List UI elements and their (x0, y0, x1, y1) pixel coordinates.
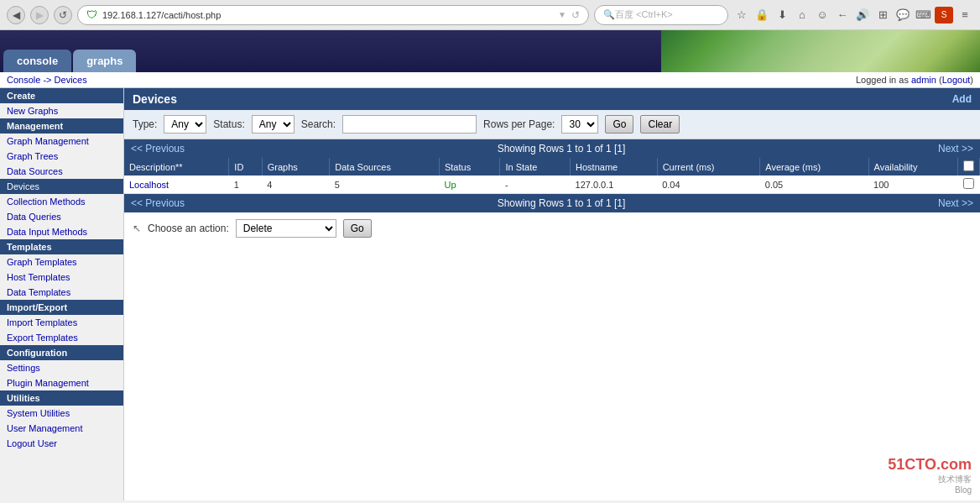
col-status: Status (439, 158, 500, 176)
prev-link-top[interactable]: << Previous (131, 143, 185, 155)
url-bar[interactable]: 🛡 192.168.1.127/cacti/host.php ▼ ↺ (77, 5, 589, 25)
sidebar-item-logout-user[interactable]: Logout User (0, 436, 123, 451)
sidebar-section-templates: Templates (0, 239, 123, 254)
row-checkbox[interactable] (963, 178, 974, 189)
cell-checkbox[interactable] (958, 176, 980, 194)
menu-icon[interactable]: ≡ (957, 7, 973, 24)
star-icon[interactable]: ☆ (733, 7, 750, 24)
sidebar-item-new-graphs[interactable]: New Graphs (0, 103, 123, 118)
col-graphs: Graphs (262, 158, 330, 176)
col-in-state: In State (500, 158, 571, 176)
watermark-sub2: Blog (888, 485, 972, 495)
ext-icon[interactable]: S (935, 7, 953, 24)
sidebar-item-graph-management[interactable]: Graph Management (0, 134, 123, 149)
username-link[interactable]: admin (911, 75, 936, 85)
col-average-ms: Average (ms) (760, 158, 868, 176)
cell-description[interactable]: Localhost (124, 176, 229, 194)
cell-id: 1 (229, 176, 262, 194)
sidebar-item-collection-methods[interactable]: Collection Methods (0, 194, 123, 209)
sidebar-item-import-templates[interactable]: Import Templates (0, 315, 123, 330)
cell-hostname: 127.0.0.1 (571, 176, 658, 194)
sidebar-item-user-management[interactable]: User Management (0, 421, 123, 436)
search-placeholder: 百度 <Ctrl+K> (615, 8, 673, 21)
sidebar-item-settings[interactable]: Settings (0, 360, 123, 375)
sidebar-item-graph-trees[interactable]: Graph Trees (0, 149, 123, 164)
sidebar-item-data-templates[interactable]: Data Templates (0, 285, 123, 300)
sidebar-item-host-templates[interactable]: Host Templates (0, 270, 123, 285)
back-button[interactable]: ◀ (7, 6, 25, 24)
app-header: console graphs (0, 30, 980, 72)
kbd-icon[interactable]: ⌨ (915, 7, 931, 24)
sidebar-item-system-utilities[interactable]: System Utilities (0, 406, 123, 421)
lock-icon[interactable]: 🔒 (753, 7, 770, 24)
watermark-sub1: 技术博客 (888, 474, 972, 485)
cursor-indicator: ↖ (133, 223, 141, 234)
sidebar-item-export-templates[interactable]: Export Templates (0, 330, 123, 345)
watermark: 51CTO.com 技术博客 Blog (888, 456, 972, 495)
page-title: Devices (133, 92, 177, 106)
col-description: Description** (124, 158, 229, 176)
breadcrumb: Console -> Devices (7, 75, 87, 85)
forward-button[interactable]: ▶ (30, 6, 49, 24)
logout-link[interactable]: Logout (942, 75, 971, 85)
showing-text-top: Showing Rows 1 to 1 of 1 [1] (498, 143, 626, 155)
showing-text-bottom: Showing Rows 1 to 1 of 1 [1] (498, 197, 626, 209)
person-icon[interactable]: ☺ (814, 7, 831, 24)
rows-per-page-select[interactable]: 30 (561, 115, 598, 134)
tab-graphs[interactable]: graphs (73, 50, 136, 72)
next-link-bottom[interactable]: Next >> (938, 197, 973, 209)
action-bar: ↖ Choose an action: Delete Go (124, 212, 980, 244)
select-all-checkbox[interactable] (963, 160, 974, 171)
refresh-button[interactable]: ↺ (54, 6, 72, 24)
status-select[interactable]: Any (252, 115, 295, 134)
col-availability: Availability (868, 158, 957, 176)
cell-current-ms: 0.04 (657, 176, 760, 194)
clear-button[interactable]: Clear (640, 115, 680, 134)
back-arrow-icon[interactable]: ← (834, 7, 851, 24)
cell-in-state: - (500, 176, 571, 194)
volume-icon[interactable]: 🔊 (854, 7, 871, 24)
sidebar-section-management: Management (0, 118, 123, 134)
add-link[interactable]: Add (952, 93, 972, 105)
breadcrumb-console-link[interactable]: Console (7, 75, 40, 85)
sidebar: Create New Graphs Management Graph Manag… (0, 88, 124, 500)
tab-console[interactable]: console (3, 50, 71, 72)
rows-per-page-label: Rows per Page: (483, 118, 555, 130)
top-table-nav: << Previous Showing Rows 1 to 1 of 1 [1]… (124, 139, 980, 158)
search-label: Search: (301, 118, 336, 130)
home-icon[interactable]: ⌂ (794, 7, 811, 24)
watermark-site: 51CTO.com (888, 456, 972, 474)
sidebar-item-data-sources[interactable]: Data Sources (0, 164, 123, 179)
col-current-ms: Current (ms) (657, 158, 760, 176)
browser-bar: ◀ ▶ ↺ 🛡 192.168.1.127/cacti/host.php ▼ ↺… (0, 0, 980, 30)
breadcrumb-bar: Console -> Devices Logged in as admin (L… (0, 72, 980, 88)
action-select[interactable]: Delete (236, 219, 336, 238)
chat-icon[interactable]: 💬 (894, 7, 911, 24)
window-icon[interactable]: ⊞ (874, 7, 891, 24)
prev-link-bottom[interactable]: << Previous (131, 197, 185, 209)
page-title-bar: Devices Add (124, 88, 980, 110)
sidebar-item-plugin-management[interactable]: Plugin Management (0, 375, 123, 390)
sidebar-section-import-export: Import/Export (0, 300, 123, 315)
search-input[interactable] (342, 115, 477, 134)
action-label: Choose an action: (148, 223, 229, 234)
next-link-top[interactable]: Next >> (938, 143, 973, 155)
sidebar-item-graph-templates[interactable]: Graph Templates (0, 254, 123, 270)
action-go-button[interactable]: Go (343, 219, 372, 238)
col-data-sources: Data Sources (330, 158, 440, 176)
type-select[interactable]: Any (164, 115, 206, 134)
breadcrumb-separator: -> (43, 75, 51, 85)
browser-search[interactable]: 🔍 百度 <Ctrl+K> (594, 5, 728, 25)
go-button[interactable]: Go (605, 115, 633, 134)
sidebar-section-utilities: Utilities (0, 390, 123, 406)
sidebar-section-configuration: Configuration (0, 345, 123, 360)
cell-average-ms: 0.05 (760, 176, 868, 194)
sidebar-item-data-queries[interactable]: Data Queries (0, 209, 123, 224)
download-icon[interactable]: ⬇ (774, 7, 790, 24)
url-text: 192.168.1.127/cacti/host.php (102, 10, 553, 20)
cell-graphs: 4 (262, 176, 330, 194)
sidebar-item-devices[interactable]: Devices (0, 179, 123, 194)
col-hostname: Hostname (571, 158, 658, 176)
sidebar-item-data-input-methods[interactable]: Data Input Methods (0, 224, 123, 239)
type-label: Type: (133, 118, 157, 130)
